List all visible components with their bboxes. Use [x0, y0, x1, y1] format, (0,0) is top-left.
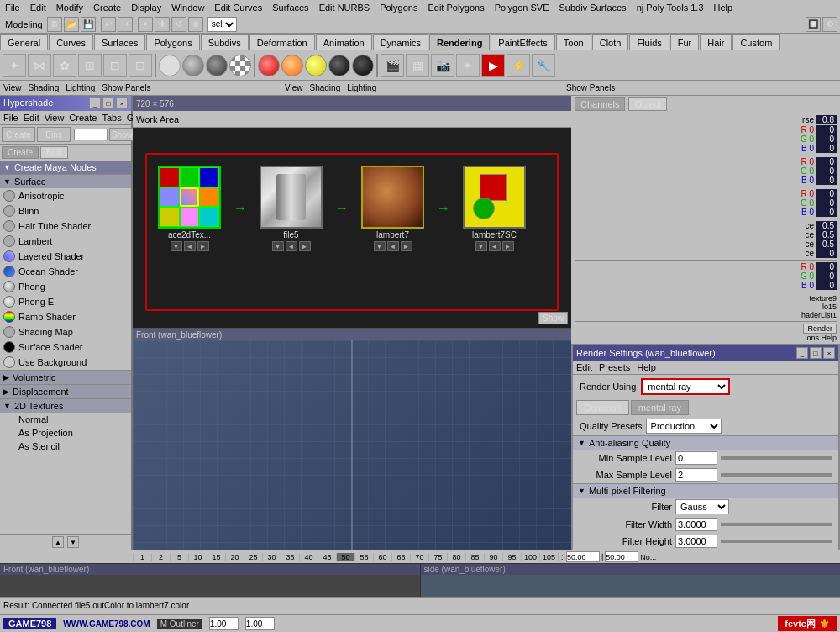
lambert7-down-btn[interactable]: ▼	[374, 241, 386, 251]
tab-polygons[interactable]: Polygons	[146, 34, 199, 50]
hs-minimize-btn[interactable]: _	[89, 97, 101, 109]
list-item-as-projection[interactable]: As Projection	[0, 426, 131, 440]
file5-down-btn[interactable]: ▼	[272, 241, 284, 251]
node-face2dtex[interactable]: ace2dTex... ▼ ◄ ►	[158, 166, 221, 251]
sphere-white-btn[interactable]	[159, 55, 181, 76]
textures-2d-section-header[interactable]: 2D Textures	[0, 398, 131, 413]
create-nodes-header[interactable]: Create Maya Nodes	[0, 161, 131, 174]
scale-btn[interactable]: ⊕	[188, 17, 203, 32]
rs-min-sample-input[interactable]	[675, 451, 717, 465]
file5-right-btn[interactable]: ►	[299, 241, 311, 251]
show-panels-btn[interactable]: Show Panels	[566, 83, 615, 92]
magnet-icon-btn[interactable]: ⊡	[103, 54, 127, 77]
sphere-red-btn[interactable]	[258, 55, 280, 76]
list-item-use-bg[interactable]: Use Background	[0, 355, 131, 370]
lambert7sc-right-btn[interactable]: ►	[502, 241, 514, 251]
tab-toon[interactable]: Toon	[556, 34, 591, 50]
rs-quality-select[interactable]: Production Draft Preview	[646, 419, 722, 434]
menu-poly-tools[interactable]: nj Poly Tools 1.3	[632, 3, 709, 13]
list-item-surface-shader[interactable]: Surface Shader	[0, 340, 131, 355]
timeline-end-input[interactable]	[605, 551, 638, 562]
list-item-ocean[interactable]: Ocean Shader	[0, 264, 131, 279]
hs-menu-tabs[interactable]: Tabs	[100, 113, 123, 123]
tab-surfaces[interactable]: Surfaces	[94, 34, 145, 50]
hs-tab-bins[interactable]: Bins	[40, 146, 68, 159]
rs-filter-width-slider[interactable]	[721, 523, 832, 526]
tab-rendering[interactable]: Rendering	[429, 34, 490, 50]
rs-filter-height-input[interactable]	[675, 535, 717, 548]
menu-window[interactable]: Window	[166, 3, 209, 13]
list-item-ramp[interactable]: Ramp Shader	[0, 309, 131, 324]
tab-animation[interactable]: Animation	[316, 34, 372, 50]
tab-deformation[interactable]: Deformation	[249, 34, 315, 50]
face2dtex-left-btn[interactable]: ◄	[184, 241, 196, 251]
node-lambert7sc[interactable]: lambert7SC ▼ ◄ ►	[463, 166, 526, 251]
face2dtex-down-btn[interactable]: ▼	[171, 241, 182, 251]
menu-create[interactable]: Create	[88, 3, 126, 13]
cloth-icon-btn[interactable]: 🔧	[532, 54, 555, 77]
lambert7-left-btn[interactable]: ◄	[387, 241, 399, 251]
select-btn[interactable]: ✦	[138, 17, 153, 32]
curve-icon-btn[interactable]: ⊟	[129, 54, 152, 77]
menu-surfaces[interactable]: Surfaces	[267, 3, 313, 13]
lasso-icon-btn[interactable]: ⋈	[28, 54, 51, 77]
tab-painteffects[interactable]: PaintEffects	[491, 34, 555, 50]
tab-custom[interactable]: Custom	[732, 34, 780, 50]
displacement-section-header[interactable]: Displacement	[0, 384, 131, 398]
face2dtex-right-btn[interactable]: ►	[197, 241, 209, 251]
ions-help-label[interactable]: ions Help	[805, 334, 837, 342]
sphere-dark-btn[interactable]	[206, 55, 228, 76]
menu-polygons[interactable]: Polygons	[375, 3, 423, 13]
hs-create-btn[interactable]: Create	[2, 127, 35, 142]
front-viewport-content[interactable]	[133, 340, 571, 550]
list-item-phong[interactable]: Phong	[0, 279, 131, 294]
hs-menu-edit[interactable]: Edit	[22, 113, 41, 123]
tab-cloth[interactable]: Cloth	[592, 34, 629, 50]
hs-scroll-up[interactable]: ▲	[52, 536, 64, 548]
hs-menu-create[interactable]: Create	[67, 113, 98, 123]
rs-menu-edit[interactable]: Edit	[576, 362, 592, 372]
camera-icon-btn[interactable]: 📷	[431, 54, 454, 77]
hs-close-btn[interactable]: ×	[116, 97, 128, 109]
list-item-phonge[interactable]: Phong E	[0, 294, 131, 309]
redo-btn[interactable]: ↪	[118, 17, 133, 32]
new-btn[interactable]: 🗎	[47, 17, 62, 32]
hs-show-btn[interactable]: Show	[109, 128, 135, 141]
side-view-content[interactable]	[421, 575, 841, 597]
lambert7sc-left-btn[interactable]: ◄	[489, 241, 501, 251]
rs-multipixel-section[interactable]: Multi-pixel Filtering	[573, 483, 838, 498]
front-view-content[interactable]	[0, 575, 420, 597]
render-label[interactable]: Render	[803, 324, 837, 334]
hs-menu-file[interactable]: File	[2, 113, 20, 123]
rs-maximize-btn[interactable]: □	[810, 347, 822, 359]
list-item-blinn[interactable]: Blinn	[0, 203, 131, 219]
show-btn[interactable]: Show	[538, 312, 568, 324]
hs-scroll-down[interactable]: ▼	[67, 536, 79, 548]
node-file5[interactable]: file5 ▼ ◄ ►	[260, 166, 323, 251]
menu-display[interactable]: Display	[126, 3, 166, 13]
rotate-btn[interactable]: ↺	[171, 17, 186, 32]
lambert7-right-btn[interactable]: ►	[401, 241, 412, 251]
list-item-as-stencil[interactable]: As Stencil	[0, 440, 131, 453]
rs-scroll-body[interactable]: Quality Presets Production Draft Preview…	[573, 417, 838, 550]
surface-section-header[interactable]: Surface	[0, 174, 131, 188]
tab-general[interactable]: General	[0, 34, 48, 50]
undo-btn[interactable]: ↩	[101, 17, 116, 32]
light-icon-btn[interactable]: ✴	[456, 54, 480, 77]
sphere-gray-btn[interactable]	[182, 55, 204, 76]
object-btn[interactable]: Object	[628, 97, 667, 111]
rs-minimize-btn[interactable]: _	[796, 347, 808, 359]
menu-edit-polygons[interactable]: Edit Polygons	[423, 3, 489, 13]
snap-icon-btn[interactable]: ⊞	[78, 54, 102, 77]
menu-polygon-sve[interactable]: Polygon SVE	[490, 3, 554, 13]
grid-icon-btn[interactable]: ▦	[406, 54, 429, 77]
rs-filter-width-input[interactable]	[675, 518, 717, 531]
rs-min-sample-slider[interactable]	[721, 456, 832, 460]
tab-dynamics[interactable]: Dynamics	[373, 34, 428, 50]
sphere-orange-btn[interactable]	[281, 55, 303, 76]
list-item-anisotropic[interactable]: Anisotropic	[0, 188, 131, 203]
list-item-lambert[interactable]: Lambert	[0, 234, 131, 249]
render2-icon-btn[interactable]: ▶	[481, 54, 505, 77]
rs-max-sample-slider[interactable]	[721, 473, 832, 477]
list-item-shading-map[interactable]: Shading Map	[0, 324, 131, 340]
